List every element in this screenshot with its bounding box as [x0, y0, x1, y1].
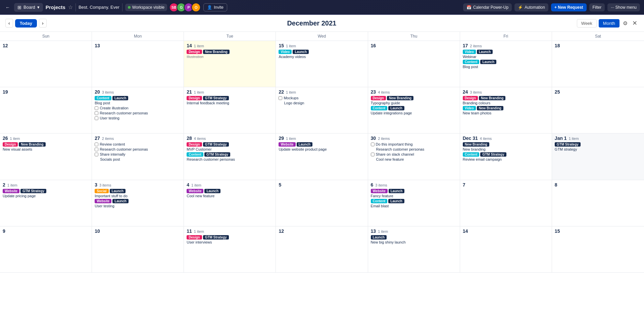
- calendar-item[interactable]: WebsiteLaunchFancy feature: [371, 189, 457, 198]
- calendar-item[interactable]: Share on slack channel: [371, 152, 457, 156]
- calendar-item[interactable]: ContentGTM StrategyReview email campaign: [463, 152, 549, 161]
- calendar-cell-18[interactable]: 18: [552, 41, 644, 87]
- item-checkbox-row[interactable]: Research customer personas: [95, 147, 181, 151]
- calendar-cell-3[interactable]: 33 itemsSocialLaunchImportant stuff to d…: [92, 180, 184, 226]
- calendar-cell-30[interactable]: 302 itemsDo this important thingResearch…: [368, 134, 460, 180]
- item-checkbox-row[interactable]: Review content: [95, 142, 181, 146]
- back-button[interactable]: ←: [4, 3, 11, 11]
- calendar-cell-12[interactable]: 12: [276, 226, 368, 273]
- calendar-item[interactable]: VideoNew BrandingNew team photos: [463, 106, 549, 115]
- item-checkbox[interactable]: [95, 153, 98, 156]
- calendar-item[interactable]: ContentLaunchBlog post: [95, 96, 181, 105]
- calendar-item[interactable]: DesignNew BrandingBranding colours: [463, 96, 549, 105]
- calendar-cell-16[interactable]: 16: [368, 41, 460, 87]
- calendar-item[interactable]: Research customer personas: [95, 147, 181, 151]
- calendar-item[interactable]: Mockups: [279, 96, 365, 100]
- calendar-cell-25[interactable]: 25: [552, 87, 644, 134]
- calendar-cell-12[interactable]: 12: [0, 41, 92, 87]
- calendar-item[interactable]: ContentLaunchEmail blast: [371, 199, 457, 208]
- calendar-cell-Jan-1[interactable]: Jan 11 itemGTM StrategyGTM strategy: [552, 134, 644, 180]
- calendar-cell-5[interactable]: 5: [276, 180, 368, 226]
- workspace-button[interactable]: Workspace visible: [125, 4, 167, 11]
- calendar-cell-8[interactable]: 8: [552, 180, 644, 226]
- calendar-cell-21[interactable]: 211 itemDesignGTM StrategyInternal feedb…: [184, 87, 276, 134]
- filter-button[interactable]: Filter: [589, 3, 605, 11]
- calendar-item[interactable]: ContentLaunchUpdate integrations page: [371, 106, 457, 115]
- calendar-item[interactable]: WebsiteGTM StrategyUpdate pricing page: [3, 189, 89, 198]
- board-button[interactable]: ⊞ Board ▾: [14, 3, 43, 12]
- calendar-item[interactable]: DesignGTM StrategyUser interviews: [187, 235, 273, 244]
- calendar-item[interactable]: WebsiteLaunchUser testing: [95, 199, 181, 208]
- calendar-item[interactable]: DesignGTM StrategyMVP Customer: [187, 142, 273, 151]
- calendar-cell-17[interactable]: 172 itemsVideoLaunchWebinarContentLaunch…: [460, 41, 552, 87]
- calendar-item[interactable]: Share internally: [95, 152, 181, 156]
- avatar-o[interactable]: O: [191, 3, 201, 12]
- calendar-settings-button[interactable]: ⚙: [622, 19, 629, 28]
- item-checkbox-row[interactable]: Research customer personas: [95, 111, 181, 115]
- new-request-button[interactable]: + New Request: [551, 3, 587, 11]
- next-month-button[interactable]: ›: [39, 19, 47, 28]
- invite-button[interactable]: 👤 Invite: [203, 3, 227, 11]
- calendar-cell-20[interactable]: 203 itemsContentLaunchBlog postCreate il…: [92, 87, 184, 134]
- calendar-item[interactable]: Cool new feature: [371, 157, 457, 161]
- calendar-cell-11[interactable]: 111 itemDesignGTM StrategyUser interview…: [184, 226, 276, 273]
- prev-month-button[interactable]: ‹: [5, 19, 13, 28]
- week-view-button[interactable]: Week: [577, 19, 597, 28]
- calendar-item[interactable]: ContentLaunchBlog post: [463, 60, 549, 69]
- item-checkbox[interactable]: [371, 143, 375, 146]
- calendar-item[interactable]: New BrandingNew branding: [463, 142, 549, 151]
- calendar-item[interactable]: Socials post: [95, 157, 181, 161]
- calendar-item[interactable]: WebsiteLaunchCool new feature: [187, 189, 273, 198]
- calendar-item[interactable]: DesignGTM StrategyInternal feedback meet…: [187, 96, 273, 105]
- calendar-item[interactable]: DesignNew BrandingIllustration: [187, 50, 273, 59]
- calendar-item[interactable]: User testing: [95, 116, 181, 120]
- calendar-item[interactable]: SocialLaunchImportant stuff to do: [95, 189, 181, 198]
- item-checkbox[interactable]: [95, 106, 98, 110]
- calendar-item[interactable]: LaunchNew big shiny launch: [371, 235, 457, 244]
- calendar-item[interactable]: DesignNew BrandingTypography guide: [371, 96, 457, 105]
- calendar-cell-13[interactable]: 131 itemLaunchNew big shiny launch: [368, 226, 460, 273]
- show-menu-button[interactable]: ··· Show menu: [607, 3, 640, 11]
- calendar-item[interactable]: Research customer personas: [95, 111, 181, 115]
- calendar-cell-24[interactable]: 243 itemsDesignNew BrandingBranding colo…: [460, 87, 552, 134]
- calendar-cell-14[interactable]: 141 itemDesignNew BrandingIllustration: [184, 41, 276, 87]
- calendar-cell-19[interactable]: 19: [0, 87, 92, 134]
- calendar-cell-4[interactable]: 41 itemWebsiteLaunchCool new feature: [184, 180, 276, 226]
- item-checkbox[interactable]: [95, 148, 98, 151]
- calendar-cell-Dec-31[interactable]: Dec 314 itemsNew BrandingNew brandingCon…: [460, 134, 552, 180]
- item-checkbox[interactable]: [279, 96, 282, 100]
- calendar-item[interactable]: DesignNew BrandingNew visual assets: [3, 142, 89, 151]
- item-checkbox[interactable]: [95, 111, 98, 115]
- calendar-item[interactable]: VideoLaunchWebinar: [463, 50, 549, 59]
- calendar-item[interactable]: Logo design: [279, 101, 365, 105]
- calendar-item[interactable]: VideoLaunchAcademy videos: [279, 50, 365, 59]
- calendar-cell-9[interactable]: 9: [0, 226, 92, 273]
- calendar-power-up-button[interactable]: 📅 Calendar Power-Up: [463, 3, 512, 11]
- calendar-item[interactable]: ContentGTM StrategyResearch customer per…: [187, 152, 273, 161]
- star-button[interactable]: ☆: [68, 4, 73, 10]
- calendar-cell-15[interactable]: 15: [552, 226, 644, 273]
- item-checkbox-row[interactable]: Share internally: [95, 152, 181, 156]
- item-checkbox-row[interactable]: Create illustration: [95, 106, 181, 110]
- calendar-cell-22[interactable]: 221 itemMockupsLogo design: [276, 87, 368, 134]
- item-checkbox-row[interactable]: Do this important thing: [371, 142, 457, 146]
- item-checkbox[interactable]: [95, 143, 98, 146]
- calendar-cell-28[interactable]: 284 itemsDesignGTM StrategyMVP CustomerC…: [184, 134, 276, 180]
- calendar-cell-14[interactable]: 14: [460, 226, 552, 273]
- calendar-item[interactable]: Review content: [95, 142, 181, 146]
- calendar-cell-29[interactable]: 291 itemWebsiteLaunchUpdate website prod…: [276, 134, 368, 180]
- calendar-item[interactable]: GTM StrategyGTM strategy: [555, 142, 641, 151]
- today-button[interactable]: Today: [15, 19, 37, 28]
- calendar-cell-15[interactable]: 151 itemVideoLaunchAcademy videos: [276, 41, 368, 87]
- calendar-cell-23[interactable]: 234 itemsDesignNew BrandingTypography gu…: [368, 87, 460, 134]
- calendar-cell-6[interactable]: 63 itemsWebsiteLaunchFancy featureConten…: [368, 180, 460, 226]
- item-checkbox-row[interactable]: Mockups: [279, 96, 365, 100]
- calendar-cell-26[interactable]: 261 itemDesignNew BrandingNew visual ass…: [0, 134, 92, 180]
- calendar-cell-7[interactable]: 7: [460, 180, 552, 226]
- item-checkbox-row[interactable]: User testing: [95, 116, 181, 120]
- calendar-cell-27[interactable]: 272 itemsReview contentResearch customer…: [92, 134, 184, 180]
- item-checkbox[interactable]: [371, 153, 375, 156]
- calendar-item[interactable]: Do this important thing: [371, 142, 457, 146]
- calendar-close-button[interactable]: ✕: [631, 18, 639, 28]
- calendar-cell-10[interactable]: 10: [92, 226, 184, 273]
